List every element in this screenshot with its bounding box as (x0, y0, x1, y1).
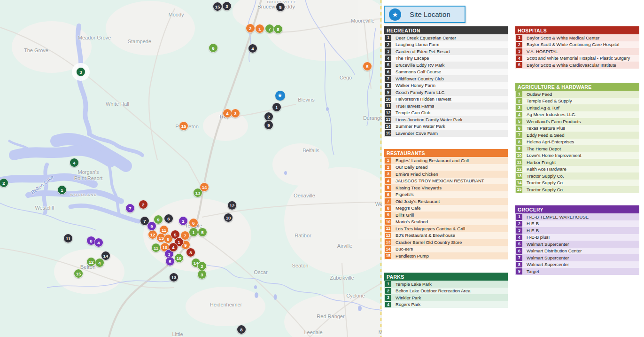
legend-row: 5Walmart Supercenter (515, 241, 639, 248)
row-label: H-E-B (527, 221, 539, 226)
restaurants-marker-14[interactable]: 14 (200, 182, 209, 192)
legend-row: 11TrueHarvest Farms (384, 102, 508, 110)
row-number-badge: 4 (385, 178, 391, 184)
row-number-badge: 11 (516, 159, 522, 165)
row-number-badge: 13 (516, 173, 522, 179)
legend-row: 4Scott and White Memorial Hospital - Pla… (515, 55, 639, 62)
grocery-marker-4[interactable]: 4 (94, 238, 103, 247)
agriculture-marker-2[interactable]: 2 (197, 261, 207, 271)
row-label: Scott and White Memorial Hospital - Plas… (527, 55, 630, 61)
agriculture-marker-15[interactable]: 15 (74, 269, 83, 278)
hospitals-marker-4[interactable]: 4 (169, 243, 178, 252)
agriculture-marker-11[interactable]: 11 (151, 243, 161, 252)
hospitals-marker-2[interactable]: 2 (139, 200, 148, 209)
legend-row: 3V.A. HOSPITAL (515, 48, 639, 55)
restaurants-marker-3[interactable]: 3 (231, 109, 240, 118)
grocery-marker-7[interactable]: 7 (125, 204, 135, 213)
recreation-marker-12[interactable]: 12 (227, 201, 237, 210)
parks-marker-3[interactable]: 3 (76, 67, 85, 77)
site-location-key: ★ Site Location (384, 6, 466, 23)
agriculture-marker-6[interactable]: 6 (209, 43, 218, 53)
row-label: Tractor Supply Co. (527, 173, 564, 179)
row-number-badge: 12 (385, 233, 391, 239)
recreation-marker-1[interactable]: 1 (272, 102, 281, 112)
row-number-badge: 9 (385, 212, 391, 218)
grocery-marker-9[interactable]: 9 (147, 221, 156, 231)
row-label: The Home Depot (527, 146, 561, 151)
restaurants-marker-1[interactable]: 1 (255, 24, 264, 33)
legend-row: 12Keith Ace Hardware (515, 166, 639, 173)
recreation-marker-2[interactable]: 2 (264, 112, 273, 121)
row-number-badge: 5 (385, 185, 391, 191)
legend-row: 5Kissing Tree Vineyards (384, 184, 508, 191)
restaurants-marker-12[interactable]: 12 (148, 230, 157, 239)
row-number-badge: 2 (516, 221, 522, 227)
grocery-marker-2[interactable]: 2 (178, 216, 188, 226)
legend-row: 3United Ag & Turf (515, 104, 639, 111)
row-label: Bill's Grill (396, 212, 414, 218)
recreation-marker-14[interactable]: 14 (101, 251, 110, 260)
panel-header-restaurants: RESTAURANTS (384, 149, 508, 157)
agriculture-marker-3[interactable]: 3 (197, 270, 207, 279)
panel-header-hospitals: HOSPITALS (515, 26, 639, 34)
agriculture-marker-7[interactable]: 7 (265, 24, 274, 33)
recreation-marker-3[interactable]: 3 (222, 1, 232, 11)
row-number-badge: 3 (385, 48, 391, 55)
row-number-badge: 3 (385, 295, 391, 301)
row-label: Baylor Scott & White Cardiovascular Inst… (527, 63, 616, 68)
row-number-badge: 15 (385, 130, 391, 136)
restaurants-marker-5[interactable]: 5 (363, 62, 372, 71)
grocery-marker-5[interactable]: 5 (165, 257, 175, 266)
parks-marker-1[interactable]: 1 (57, 185, 67, 195)
agriculture-marker-12[interactable]: 12 (86, 257, 96, 266)
recreation-marker-15[interactable]: 15 (213, 2, 222, 11)
row-number-badge: 7 (516, 255, 522, 261)
legend-row: 3Winkler Park (384, 294, 508, 301)
row-number-badge: 5 (516, 118, 522, 125)
restaurants-marker-6[interactable]: 6 (189, 218, 198, 227)
legend-panel-agriculture: AGRICULTURE & HARDWARE 1Outlaw Feed2Temp… (515, 83, 639, 193)
recreation-marker-6[interactable]: 6 (164, 214, 173, 223)
row-label: Pendleton Pump (396, 253, 429, 259)
agriculture-marker-8[interactable]: 8 (273, 24, 283, 34)
agriculture-marker-10[interactable]: 10 (174, 253, 184, 263)
site-location-star-marker[interactable]: ★ (275, 91, 285, 101)
legend-row: 2Temple Feed & Supply (515, 98, 639, 105)
row-label: Our Daily Bread (396, 165, 427, 170)
recreation-marker-13[interactable]: 13 (169, 273, 178, 282)
recreation-marker-9[interactable]: 9 (264, 120, 273, 130)
row-number-badge: 6 (385, 69, 391, 75)
row-number-badge: 11 (385, 226, 391, 232)
row-number-badge: 14 (516, 180, 522, 186)
row-number-badge: 9 (516, 146, 522, 152)
legend-row: 3H-E-B (515, 227, 639, 234)
legend-row: 14Tractor Supply Co. (515, 180, 639, 187)
row-label: Laughing Llama Farm (396, 42, 439, 47)
row-number-badge: 2 (385, 288, 391, 294)
row-number-badge: 2 (516, 42, 522, 48)
row-number-badge: 10 (385, 219, 391, 225)
agriculture-marker-5[interactable]: 5 (198, 227, 207, 237)
hospitals-marker-3[interactable]: 3 (186, 248, 195, 257)
restaurants-marker-2[interactable]: 2 (246, 24, 255, 33)
row-number-badge: 8 (516, 139, 522, 145)
legend-row: 3Ernie's Fried Chicken (384, 171, 508, 178)
row-number-badge: 13 (385, 239, 391, 245)
row-number-badge: 14 (385, 246, 391, 252)
legend-row: 8Walker Honey Farm (384, 82, 508, 89)
restaurants-marker-15[interactable]: 15 (179, 121, 188, 131)
row-label: Eddy Feed & Seed (527, 133, 565, 138)
recreation-marker-10[interactable]: 10 (224, 213, 233, 222)
recreation-marker-4[interactable]: 4 (248, 44, 257, 53)
map-canvas: BRUCEVILLEBruceville-EddyMoodyMooreville… (0, 0, 382, 337)
panel-rows: 1H-E-B TEMPLE WAREHOUSE2H-E-B3H-E-B4H-E-… (515, 213, 639, 275)
parks-marker-4[interactable]: 4 (70, 158, 79, 167)
recreation-marker-5[interactable]: 5 (276, 2, 285, 12)
row-label: Gooch Family Farm LLC (396, 90, 445, 95)
recreation-marker-11[interactable]: 11 (63, 234, 73, 243)
row-number-badge: 1 (516, 91, 522, 97)
recreation-marker-8[interactable]: 8 (237, 325, 246, 334)
row-label: Wildflower Country Club (396, 76, 444, 81)
agriculture-marker-1[interactable]: 1 (189, 227, 198, 237)
row-label: Garden of Eden Pet Resort (396, 49, 450, 54)
